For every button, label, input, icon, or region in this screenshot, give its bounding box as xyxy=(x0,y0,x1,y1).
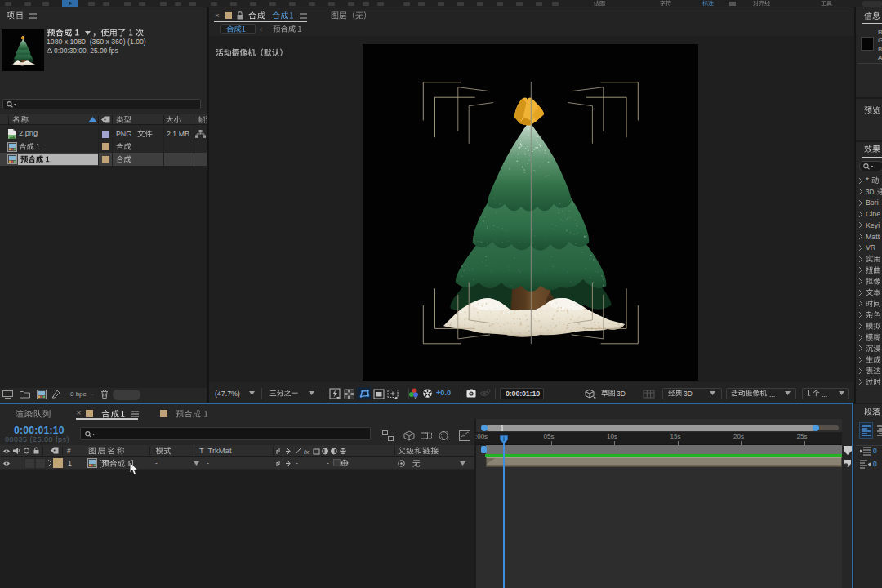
svg-text:fx: fx xyxy=(304,448,310,455)
